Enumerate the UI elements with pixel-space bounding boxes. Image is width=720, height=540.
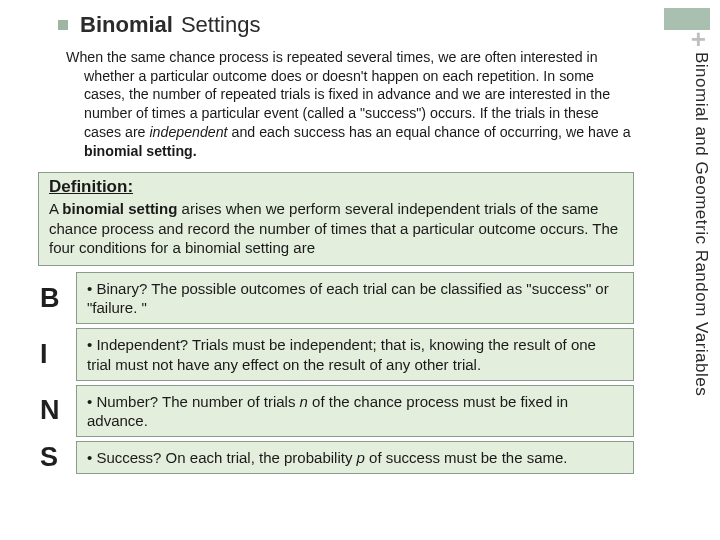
side-chapter-label: Binomial and Geometric Random Variables bbox=[691, 52, 711, 502]
bins-cell-b: • Binary? The possible outcomes of each … bbox=[76, 272, 634, 324]
intro-mid: and each success has an equal chance of … bbox=[232, 124, 631, 140]
bins-s-post: of success must be the same. bbox=[365, 449, 568, 466]
bins-row-i: I • Independent? Trials must be independ… bbox=[38, 328, 634, 380]
bins-row-n: N • Number? The number of trials n of th… bbox=[38, 385, 634, 437]
bins-cell-i: • Independent? Trials must be independen… bbox=[76, 328, 634, 380]
bins-n-pre: • Number? The number of trials bbox=[87, 393, 300, 410]
bins-letter-i: I bbox=[38, 328, 70, 380]
title-word-rest: Settings bbox=[181, 12, 261, 38]
definition-heading: Definition: bbox=[49, 177, 623, 197]
def-lead-bold: binomial setting bbox=[62, 200, 177, 217]
intro-italic: independent bbox=[149, 124, 231, 140]
bins-letter-s: S bbox=[38, 441, 70, 474]
title-bullet-icon bbox=[58, 20, 68, 30]
bins-cell-n: • Number? The number of trials n of the … bbox=[76, 385, 634, 437]
bins-row-s: S • Success? On each trial, the probabil… bbox=[38, 441, 634, 474]
bins-cell-s: • Success? On each trial, the probabilit… bbox=[76, 441, 634, 474]
definition-body: A binomial setting arises when we perfor… bbox=[49, 199, 623, 257]
bins-n-italic: n bbox=[300, 393, 308, 410]
intro-bold-tail: binomial setting. bbox=[84, 143, 197, 159]
def-lead-a: A bbox=[49, 200, 62, 217]
title-word-bold: Binomial bbox=[80, 12, 173, 38]
bins-letter-b: B bbox=[38, 272, 70, 324]
bins-row-b: B • Binary? The possible outcomes of eac… bbox=[38, 272, 634, 324]
intro-paragraph: When the same chance process is repeated… bbox=[48, 48, 634, 160]
bins-s-pre: • Success? On each trial, the probabilit… bbox=[87, 449, 357, 466]
plus-icon: + bbox=[691, 26, 706, 52]
slide-title: Binomial Settings bbox=[58, 12, 692, 38]
bins-s-italic: p bbox=[357, 449, 365, 466]
definition-block: Definition: A binomial setting arises wh… bbox=[38, 172, 634, 266]
bins-letter-n: N bbox=[38, 385, 70, 437]
slide: + Binomial and Geometric Random Variable… bbox=[0, 0, 720, 540]
